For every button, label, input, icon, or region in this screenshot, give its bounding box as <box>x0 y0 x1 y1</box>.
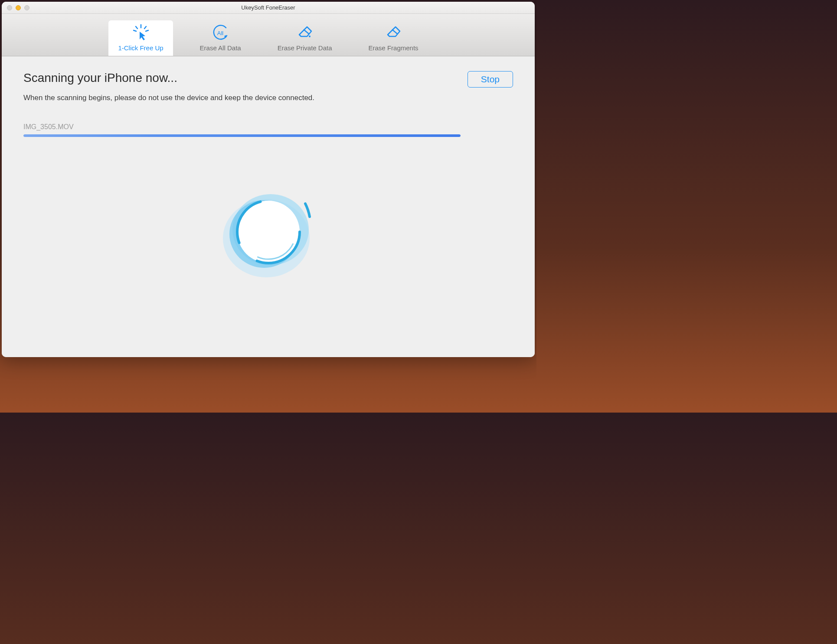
current-file-label: IMG_3505.MOV <box>23 123 513 131</box>
progress-fill <box>23 134 461 137</box>
tab-label: Erase Fragments <box>369 44 418 52</box>
page-subtitle: When the scanning begins, please do not … <box>23 94 314 102</box>
heading-block: Scanning your iPhone now... When the sca… <box>23 71 314 102</box>
minimize-icon[interactable] <box>16 5 21 10</box>
stop-button[interactable]: Stop <box>468 71 513 88</box>
tab-erase-fragments[interactable]: Erase Fragments <box>359 20 428 56</box>
page-title: Scanning your iPhone now... <box>23 71 314 85</box>
window-title: UkeySoft FoneEraser <box>2 4 535 11</box>
tab-label: 1-Click Free Up <box>118 44 163 52</box>
svg-line-1 <box>136 26 137 29</box>
close-icon[interactable] <box>7 5 12 10</box>
tab-label: Erase All Data <box>200 44 241 52</box>
tab-label: Erase Private Data <box>278 44 332 52</box>
eraser-icon <box>383 25 403 41</box>
spinner-icon <box>219 186 318 283</box>
all-icon: All <box>210 25 230 41</box>
app-window: UkeySoft FoneEraser 1-Click Free Up <box>2 2 535 357</box>
tab-erase-private-data[interactable]: Erase Private Data <box>268 20 342 56</box>
svg-point-8 <box>309 36 311 37</box>
svg-point-5 <box>225 36 227 38</box>
eraser-icon <box>295 25 315 41</box>
svg-line-3 <box>134 30 136 31</box>
svg-line-7 <box>304 29 309 34</box>
maximize-icon[interactable] <box>24 5 29 10</box>
svg-line-4 <box>146 30 148 31</box>
progress-bar <box>23 134 461 137</box>
click-icon <box>131 25 151 41</box>
tab-1-click-free-up[interactable]: 1-Click Free Up <box>108 20 173 56</box>
content-area: Scanning your iPhone now... When the sca… <box>2 56 535 357</box>
toolbar: 1-Click Free Up All Erase All Data <box>2 14 535 56</box>
tab-erase-all-data[interactable]: All Erase All Data <box>190 20 251 56</box>
svg-line-9 <box>392 29 397 34</box>
traffic-lights <box>2 5 29 10</box>
svg-line-2 <box>144 26 146 29</box>
svg-text:All: All <box>217 30 224 36</box>
titlebar: UkeySoft FoneEraser <box>2 2 535 14</box>
header-row: Scanning your iPhone now... When the sca… <box>23 71 513 102</box>
